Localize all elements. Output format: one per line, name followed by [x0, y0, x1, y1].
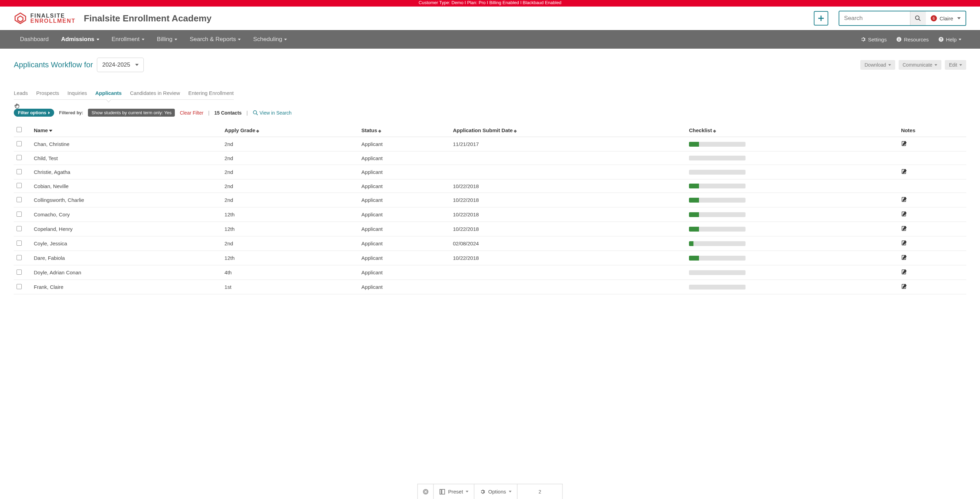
- row-checkbox[interactable]: [17, 255, 22, 260]
- plus-icon: [818, 16, 824, 21]
- nav-label-admissions: Admissions: [61, 36, 94, 43]
- tab-prospects[interactable]: Prospects: [36, 90, 59, 99]
- logo[interactable]: FINALSITE ENROLLMENT: [14, 12, 76, 25]
- cell-name: Christie, Agatha: [31, 165, 222, 179]
- row-checkbox[interactable]: [17, 269, 22, 275]
- search-input[interactable]: [839, 11, 910, 25]
- table-row[interactable]: Collingsworth, Charlie2ndApplicant10/22/…: [14, 193, 966, 207]
- nav-scheduling[interactable]: Scheduling: [247, 30, 293, 49]
- logo-text: FINALSITE ENROLLMENT: [30, 13, 76, 24]
- cell-name: Comacho, Cory: [31, 207, 222, 222]
- progress-bar[interactable]: [689, 256, 746, 261]
- select-all-checkbox[interactable]: [17, 127, 22, 132]
- download-label: Download: [864, 62, 886, 68]
- progress-bar[interactable]: [689, 270, 746, 275]
- nav-enrollment[interactable]: Enrollment: [105, 30, 151, 49]
- user-name: Claire: [940, 16, 953, 21]
- tab-leads[interactable]: Leads: [14, 90, 28, 99]
- help-icon: ?: [938, 37, 944, 42]
- edit-note-icon[interactable]: [901, 225, 907, 231]
- edit-button[interactable]: Edit: [945, 60, 966, 70]
- cell-name: Doyle, Adrian Conan: [31, 265, 222, 280]
- edit-note-icon[interactable]: [901, 168, 907, 175]
- col-name[interactable]: Name: [31, 124, 222, 137]
- progress-bar[interactable]: [689, 198, 746, 202]
- filter-options-button[interactable]: Filter options: [14, 109, 54, 116]
- edit-note-icon[interactable]: [901, 140, 907, 147]
- col-checklist[interactable]: Checklist◆: [686, 124, 898, 137]
- table-row[interactable]: Comacho, Cory12thApplicant10/22/2018: [14, 207, 966, 222]
- nav-dashboard[interactable]: Dashboard: [14, 30, 55, 49]
- tab-candidates[interactable]: Candidates in Review: [130, 90, 180, 99]
- search-button[interactable]: [910, 11, 926, 25]
- table-row[interactable]: Dare, Fabiola12thApplicant10/22/2018: [14, 251, 966, 265]
- table-row[interactable]: Christie, Agatha2ndApplicant: [14, 165, 966, 179]
- progress-bar[interactable]: [689, 285, 746, 290]
- cell-name: Cobian, Neville: [31, 179, 222, 193]
- row-checkbox[interactable]: [17, 241, 22, 246]
- row-checkbox[interactable]: [17, 169, 22, 174]
- edit-note-icon[interactable]: [901, 196, 907, 202]
- edit-note-icon[interactable]: [901, 269, 907, 275]
- clear-filter-link[interactable]: Clear Filter: [180, 110, 203, 116]
- table-row[interactable]: Copeland, Henry12thApplicant10/22/2018: [14, 222, 966, 236]
- progress-bar[interactable]: [689, 170, 746, 175]
- filter-chip[interactable]: Show students by current term only: Yes: [88, 109, 175, 116]
- row-checkbox[interactable]: [17, 141, 22, 146]
- tab-entering[interactable]: Entering Enrollment: [188, 90, 234, 99]
- nav-admissions[interactable]: Admissions: [55, 30, 105, 49]
- download-button[interactable]: Download: [860, 60, 895, 70]
- table-row[interactable]: Doyle, Adrian Conan4thApplicant: [14, 265, 966, 280]
- year-value: 2024-2025: [102, 61, 130, 69]
- row-checkbox[interactable]: [17, 226, 22, 231]
- cell-date: 10/22/2018: [450, 222, 686, 236]
- hand-cursor-icon: [14, 102, 21, 109]
- row-checkbox[interactable]: [17, 197, 22, 202]
- year-selector[interactable]: 2024-2025: [97, 57, 143, 72]
- nav-search-reports[interactable]: Search & Reports: [183, 30, 247, 49]
- progress-bar[interactable]: [689, 212, 746, 217]
- add-button[interactable]: [814, 11, 828, 26]
- table-row[interactable]: Coyle, Jessica2ndApplicant02/08/2024: [14, 236, 966, 251]
- nav-help[interactable]: ? Help: [934, 30, 966, 49]
- cell-notes: [898, 265, 966, 280]
- col-submit-date[interactable]: Application Submit Date◆: [450, 124, 686, 137]
- progress-bar[interactable]: [689, 241, 746, 246]
- edit-note-icon[interactable]: [901, 254, 907, 261]
- page-title: Applicants Workflow for: [14, 61, 93, 69]
- table-row[interactable]: Child, Test2ndApplicant: [14, 151, 966, 165]
- tab-applicants[interactable]: Applicants: [95, 90, 122, 99]
- table-row[interactable]: Chan, Christine2ndApplicant11/21/2017: [14, 137, 966, 151]
- cell-name: Child, Test: [31, 151, 222, 165]
- chevron-down-icon: [97, 39, 99, 40]
- svg-rect-2: [899, 39, 899, 41]
- nav-billing[interactable]: Billing: [151, 30, 183, 49]
- tab-inquiries[interactable]: Inquiries: [68, 90, 87, 99]
- nav-label-scheduling: Scheduling: [253, 36, 282, 43]
- user-menu[interactable]: 6 Claire: [926, 11, 966, 25]
- communicate-button[interactable]: Communicate: [899, 60, 941, 70]
- table-row[interactable]: Cobian, Neville2ndApplicant10/22/2018: [14, 179, 966, 193]
- progress-bar[interactable]: [689, 142, 746, 147]
- row-checkbox[interactable]: [17, 155, 22, 160]
- progress-bar[interactable]: [689, 156, 746, 161]
- svg-point-6: [253, 110, 256, 114]
- nav-resources[interactable]: Resources: [891, 30, 934, 49]
- chevron-down-icon: [934, 64, 937, 66]
- row-checkbox[interactable]: [17, 284, 22, 289]
- progress-bar[interactable]: [689, 183, 746, 188]
- view-in-search-link[interactable]: View in Search: [253, 110, 292, 116]
- edit-note-icon[interactable]: [901, 283, 907, 290]
- row-checkbox[interactable]: [17, 183, 22, 188]
- table-row[interactable]: Frank, Claire1stApplicant: [14, 280, 966, 294]
- progress-bar[interactable]: [689, 227, 746, 231]
- separator: |: [247, 110, 248, 116]
- cell-date: 10/22/2018: [450, 251, 686, 265]
- nav-settings[interactable]: Settings: [856, 30, 891, 49]
- col-status[interactable]: Status◆: [359, 124, 450, 137]
- row-checkbox[interactable]: [17, 212, 22, 217]
- edit-note-icon[interactable]: [901, 211, 907, 217]
- edit-note-icon[interactable]: [901, 240, 907, 246]
- cell-checklist: [686, 207, 898, 222]
- col-apply-grade[interactable]: Apply Grade◆: [222, 124, 359, 137]
